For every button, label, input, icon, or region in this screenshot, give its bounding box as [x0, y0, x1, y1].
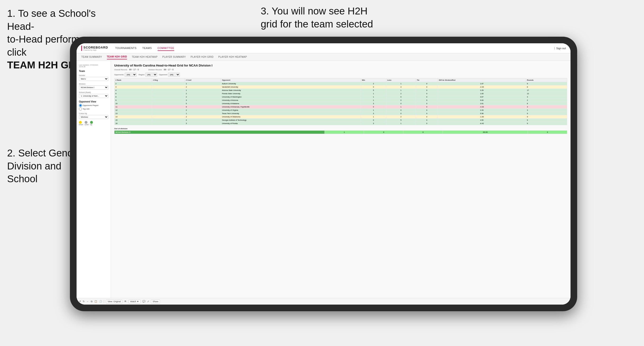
copy-icon[interactable]: ⧉	[91, 300, 92, 303]
annotation-3: 3. You will now see H2H grid for the tea…	[261, 5, 373, 30]
eye-icon: 👁	[124, 300, 126, 303]
color-dot-level	[84, 121, 88, 124]
grid-title: University of North Carolina Head-to-Hea…	[114, 64, 567, 67]
paste-icon[interactable]: 📋	[94, 300, 97, 303]
out-of-division-table: NCAA Division II 1 0 0 26.00 3	[114, 130, 567, 134]
annotation-2-line2: Division and	[7, 161, 62, 172]
table-row: 131Texas Tech University3005.569	[114, 112, 567, 115]
annotation-3-line2: grid for the team selected	[261, 18, 373, 30]
filter-row: Opponents: (All) Region (All)	[114, 73, 567, 77]
subnav-team-h2h-heatmap[interactable]: TEAM H2H HEATMAP	[132, 55, 158, 59]
col-tie: Tie	[416, 78, 438, 82]
school-select[interactable]: 1. University of Nort...	[79, 94, 108, 98]
logo-area: SCOREBOARD Powered by clippi	[81, 46, 108, 51]
sidebar-division-label: Division	[79, 83, 108, 85]
out-div-name: NCAA Division II	[114, 131, 325, 134]
filter-opponent-select[interactable]: (All)	[168, 73, 180, 77]
table-row: 163University of Florida310-6.429	[114, 122, 567, 125]
comment-icon[interactable]: 💬	[142, 300, 145, 303]
out-div-tie: 0	[404, 131, 443, 134]
col-diff: Diff Av Strokes/Rnd	[438, 78, 526, 82]
data-table: # Rank # Reg # Conf Opponent Win Loss Ti…	[114, 78, 567, 125]
tablet-screen: SCOREBOARD Powered by clippi TOURNAMENTS…	[76, 43, 570, 305]
table-row: 82University of Washington1003.673	[114, 95, 567, 99]
table-row: 142University of Oklahoma120-1.009	[114, 115, 567, 119]
undo-icon[interactable]: ↺	[79, 300, 81, 303]
sidebar-radio-group: Opponents Played Top 100	[79, 104, 108, 111]
subnav-player-summary[interactable]: PLAYER SUMMARY	[162, 55, 186, 59]
color-dot-down	[79, 121, 82, 124]
toolbar-sep	[104, 300, 104, 303]
tablet-frame: SCOREBOARD Powered by clippi TOURNAMENTS…	[70, 37, 577, 311]
watch-btn[interactable]: Watch ▼	[128, 300, 140, 303]
table-row: 122University of Virginia1002.333	[114, 109, 567, 112]
col-rank: # Rank	[114, 78, 152, 82]
logo-text: SCOREBOARD	[84, 46, 108, 49]
subnav-player-h2h-grid[interactable]: PLAYER H2H GRID	[190, 55, 214, 59]
last-updated: Last Updated: 27/03/2024 16:55:38	[79, 64, 108, 67]
table-row: 41Arizona State University5102.2917	[114, 89, 567, 92]
col-reg: # Reg	[152, 78, 185, 82]
nav-items: TOURNAMENTS TEAMS COMMITTEE	[115, 46, 554, 51]
sidebar-team-label: Team	[79, 70, 108, 72]
bottom-toolbar: ↺ ↻ ← ⧉ 📋 🕐 View: Original 👁 Watch ▼ 💬 ⤢…	[76, 298, 570, 305]
table-row: 62Florida State University1201.8312	[114, 92, 567, 95]
view-original-btn[interactable]: View: Original	[106, 300, 122, 303]
logo-sub: Powered by clippi	[84, 49, 108, 51]
out-of-division-label: Out of division	[114, 128, 567, 130]
table-row: 32Vanderbilt University040-2.298	[114, 85, 567, 89]
gender-select[interactable]: Men's	[79, 77, 108, 81]
division-select[interactable]: NCAA Division I	[79, 85, 108, 89]
clock-icon[interactable]: 🕐	[99, 300, 102, 303]
annotation-1-line1: 1. To see a School's Head-	[7, 8, 96, 32]
table-row: 21Auburn University2101.679	[114, 82, 567, 85]
radio-opponents-played[interactable]: Opponents Played	[79, 104, 108, 107]
subnav-player-h2h-heatmap[interactable]: PLAYER H2H HEATMAP	[218, 55, 247, 59]
sidebar: Last Updated: 27/03/2024 16:55:38 Team G…	[76, 61, 111, 305]
share-btn[interactable]: Share	[151, 300, 160, 303]
back-icon[interactable]: ←	[86, 300, 89, 303]
color-legend: Down Level Up	[79, 121, 108, 125]
nav-tournaments[interactable]: TOURNAMENTS	[115, 46, 136, 51]
table-row: 105University of Alabama3002.618	[114, 102, 567, 105]
filter-opponent: Opponent (All)	[159, 73, 180, 77]
sidebar-school-label: School (Rank)	[79, 91, 108, 93]
sidebar-opponent-view-label: Opponent View	[79, 100, 108, 103]
sign-out-link[interactable]: Sign out	[556, 47, 566, 50]
out-div-diff: 26.00	[443, 131, 528, 134]
record-row: Overall Record: 89 - 17 - 0 Division Rec…	[114, 68, 567, 71]
col-conf: # Conf	[185, 78, 221, 82]
main-content: Last Updated: 27/03/2024 16:55:38 Team G…	[76, 61, 570, 305]
top-nav: SCOREBOARD Powered by clippi TOURNAMENTS…	[76, 43, 570, 53]
filter-region-select[interactable]: (All)	[145, 73, 157, 77]
filter-region: Region (All)	[138, 73, 157, 77]
sub-nav: TEAM SUMMARY TEAM H2H GRID TEAM H2H HEAT…	[76, 53, 570, 61]
logo-bar	[81, 46, 82, 51]
subnav-team-summary[interactable]: TEAM SUMMARY	[81, 55, 102, 59]
col-loss: Loss	[386, 78, 416, 82]
out-div-loss: 0	[364, 131, 404, 134]
filter-opponents: Opponents: (All)	[114, 73, 136, 77]
sidebar-colour-by-label: Colour by	[79, 112, 108, 115]
colour-by-select[interactable]: Win/loss	[79, 115, 108, 119]
grid-area: University of North Carolina Head-to-Hea…	[111, 61, 570, 305]
subnav-team-h2h-grid[interactable]: TEAM H2H GRID	[107, 54, 127, 59]
col-rounds: Rounds	[526, 78, 567, 82]
redo-icon[interactable]: ↻	[83, 300, 84, 303]
out-div-rounds: 3	[528, 131, 567, 134]
nav-teams[interactable]: TEAMS	[142, 46, 152, 51]
table-row: 116University of Arkansas, Fayetteville0…	[114, 105, 567, 109]
table-row: 93University of Arizona1009.002	[114, 99, 567, 102]
nav-committee[interactable]: COMMITTEE	[158, 46, 174, 51]
table-row: 154Georgia Institute of Technology0504.5…	[114, 119, 567, 122]
radio-top-100[interactable]: Top 100	[79, 107, 108, 111]
annotation-3-line1: 3. You will now see H2H	[261, 5, 368, 16]
sidebar-gender-label: Gender	[79, 74, 108, 76]
col-opponent: Opponent	[221, 78, 361, 82]
annotation-2-line3: School	[7, 173, 38, 184]
out-div-win: 1	[324, 131, 364, 134]
color-dot-up	[90, 121, 93, 124]
filter-opponents-select[interactable]: (All)	[125, 73, 136, 77]
app-container: SCOREBOARD Powered by clippi TOURNAMENTS…	[76, 43, 570, 305]
expand-icon[interactable]: ⤢	[147, 300, 149, 303]
